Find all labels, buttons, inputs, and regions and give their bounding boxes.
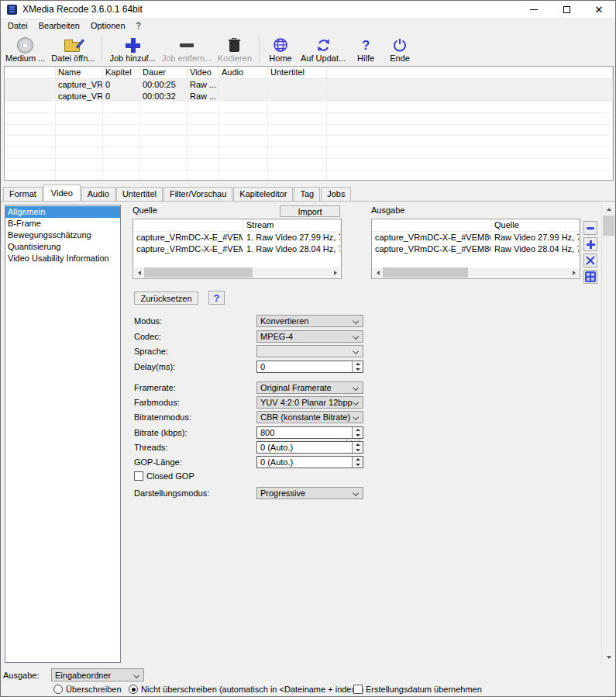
output-options-bar: Ausgabe: Eingabeordner Überschreiben Nic… — [1, 664, 615, 697]
column-header-audio[interactable]: Audio — [219, 67, 268, 79]
spin-up-icon[interactable] — [353, 442, 363, 447]
sidebar-item-bewegungsschaetzung[interactable]: Bewegungsschätzung — [5, 229, 120, 241]
reset-button[interactable]: Zurücksetzen — [134, 292, 198, 305]
column-header-name[interactable]: Name — [56, 67, 103, 79]
remove-job-button[interactable]: Job entfern... — [159, 33, 215, 65]
app-window: XMedia Recode 3.6.0.1 64bit ✕ Datei Bear… — [0, 0, 616, 697]
spin-down-icon[interactable] — [353, 367, 363, 372]
closed-gop-checkbox[interactable]: Closed GOP — [134, 471, 194, 481]
sidebar-item-quantisierung[interactable]: Quantisierung — [5, 241, 120, 253]
chevron-down-icon — [133, 672, 139, 678]
checkbox-icon — [134, 471, 143, 481]
output-section-label: Ausgabe — [371, 205, 404, 215]
darstellungsmodus-select[interactable]: Progressive — [256, 487, 363, 499]
tab-untertitel[interactable]: Untertitel — [116, 187, 163, 201]
scroll-up-icon[interactable] — [602, 203, 615, 215]
tab-audio[interactable]: Audio — [81, 187, 115, 201]
source-horizontal-scrollbar[interactable] — [134, 267, 340, 278]
scroll-left-icon[interactable] — [134, 267, 144, 278]
delay-input[interactable]: 0 — [256, 361, 363, 373]
output-folder-select[interactable]: Eingabeordner — [51, 668, 144, 681]
menu-help[interactable]: ? — [131, 19, 146, 32]
sidebar-item-allgemein[interactable]: Allgemein — [5, 206, 120, 218]
tab-video[interactable]: Video — [43, 185, 81, 201]
add-job-button[interactable]: Job hinzuf... — [106, 33, 158, 65]
table-row[interactable]: capture_VR... 0 00:00:32 Raw ... — [5, 91, 613, 102]
minus-icon — [180, 43, 194, 47]
column-header-kapitel[interactable]: Kapitel — [103, 67, 140, 79]
scroll-right-icon[interactable] — [569, 267, 579, 278]
minimize-button[interactable] — [518, 1, 550, 18]
no-overwrite-radio[interactable]: Nicht überschreiben (automatisch in <Dat… — [129, 685, 363, 694]
gop-input[interactable]: 0 (Auto.) — [256, 456, 363, 468]
encode-button[interactable]: Kodieren — [215, 33, 255, 65]
plus-icon — [587, 240, 595, 249]
quit-button[interactable]: Ende — [383, 33, 417, 65]
source-stream-table: Stream capture_VRmDC-X-E_#VEM8QX_... 1. … — [132, 219, 342, 279]
farbmodus-label: Farbmodus: — [134, 398, 180, 407]
maximize-button[interactable] — [550, 1, 583, 18]
close-button[interactable]: ✕ — [583, 1, 615, 18]
output-stream-row[interactable]: capture_VRmDC-X-E_#VEM8QX_202... Raw Vid… — [372, 232, 580, 243]
remove-stream-button[interactable] — [583, 221, 597, 235]
spin-up-icon[interactable] — [353, 361, 363, 367]
menu-optionen[interactable]: Optionen — [85, 19, 131, 32]
column-header-video[interactable]: Video — [188, 67, 219, 79]
table-row[interactable]: capture_VR... 0 00:00:25 Raw ... — [5, 79, 613, 91]
menu-datei[interactable]: Datei — [2, 19, 33, 32]
spin-down-icon[interactable] — [353, 447, 363, 453]
modus-select[interactable]: Konvertieren — [256, 315, 363, 327]
column-header-empty[interactable] — [5, 67, 56, 79]
spinner-buttons — [352, 361, 363, 372]
open-file-button[interactable]: Datei öffn... — [48, 33, 98, 65]
tab-bar: Format Video Audio Untertitel Filter/Vor… — [1, 185, 615, 201]
update-button[interactable]: Auf Updat... — [298, 33, 349, 65]
open-medium-button[interactable]: Medium ... — [2, 33, 48, 65]
scroll-down-icon[interactable] — [602, 651, 615, 663]
help-button[interactable]: ? Hilfe — [349, 33, 383, 65]
overwrite-radio[interactable]: Überschreiben — [53, 685, 122, 694]
sprache-select[interactable] — [256, 345, 363, 357]
tab-jobs[interactable]: Jobs — [321, 187, 351, 201]
menu-bearbeiten[interactable]: Bearbeiten — [33, 19, 85, 32]
creation-date-checkbox[interactable]: Erstellungsdatum übernehmen — [353, 685, 482, 694]
tab-kapiteleditor[interactable]: Kapiteleditor — [233, 187, 293, 201]
clear-streams-button[interactable] — [583, 254, 597, 267]
output-stream-row[interactable]: capture_VRmDC-X-E_#VEM8QX_202... Raw Vid… — [372, 243, 580, 255]
column-header-dauer[interactable]: Dauer — [140, 67, 188, 79]
panel-vertical-scrollbar[interactable] — [601, 203, 614, 663]
sidebar-item-video-usability[interactable]: Video Usability Information — [5, 253, 120, 264]
output-horizontal-scrollbar[interactable] — [373, 267, 579, 278]
spin-down-icon[interactable] — [353, 462, 363, 468]
threads-input[interactable]: 0 (Auto.) — [256, 441, 363, 454]
scrollbar-thumb[interactable] — [144, 267, 253, 278]
source-stream-row[interactable]: capture_VRmDC-X-E_#VEM8QX_... 1. Raw Vid… — [133, 243, 341, 255]
sidebar-item-b-frame[interactable]: B-Frame — [5, 218, 120, 229]
codec-select[interactable]: MPEG-4 — [256, 330, 363, 343]
framerate-select[interactable]: Original Framerate — [256, 381, 363, 394]
home-button[interactable]: Home — [263, 33, 298, 65]
add-stream-button[interactable] — [583, 237, 597, 251]
column-header-untertitel[interactable]: Untertitel — [268, 67, 327, 79]
help-small-button[interactable]: ? — [208, 291, 225, 305]
scrollbar-thumb[interactable] — [383, 267, 468, 278]
tab-tag[interactable]: Tag — [294, 187, 320, 201]
cell-video: Raw ... — [188, 91, 219, 102]
import-button[interactable]: Import — [280, 205, 340, 217]
bitratenmodus-select[interactable]: CBR (konstante Bitrate) — [256, 411, 363, 423]
bitrate-input[interactable]: 800 — [256, 426, 363, 439]
cell-untertitel — [268, 91, 327, 102]
source-col-stream: Stream — [243, 219, 341, 231]
tab-format[interactable]: Format — [3, 187, 43, 201]
scroll-left-icon[interactable] — [373, 267, 383, 278]
spin-down-icon[interactable] — [353, 433, 363, 438]
scrollbar-thumb[interactable] — [603, 216, 614, 236]
spin-up-icon[interactable] — [353, 457, 363, 462]
farbmodus-select[interactable]: YUV 4:2:0 Planar 12bpp — [256, 396, 363, 409]
spinner-buttons — [352, 457, 363, 468]
spin-up-icon[interactable] — [353, 427, 363, 433]
stream-settings-button[interactable] — [583, 270, 597, 284]
tab-filter-vorschau[interactable]: Filter/Vorschau — [163, 187, 232, 201]
scroll-right-icon[interactable] — [330, 267, 340, 278]
source-stream-row[interactable]: capture_VRmDC-X-E_#VEM8QX_... 1. Raw Vid… — [133, 232, 341, 243]
